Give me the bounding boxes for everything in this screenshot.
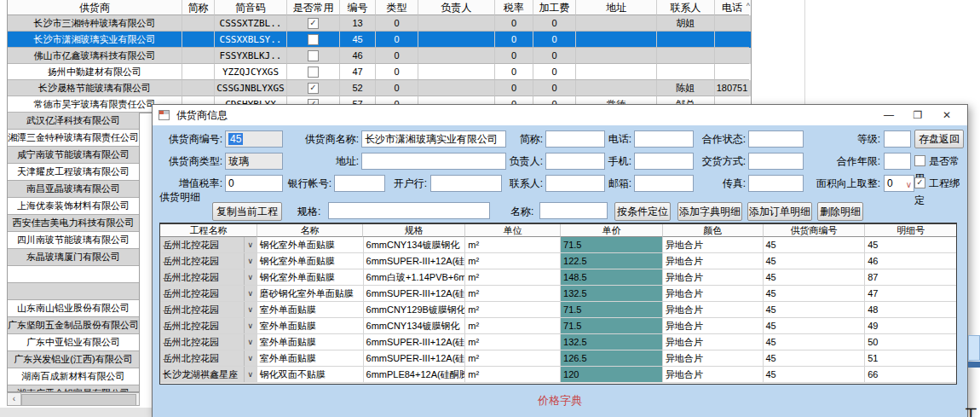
list-item[interactable]: 东晶玻璃厦门有限公司 — [8, 249, 139, 266]
common-checkbox[interactable] — [308, 34, 319, 45]
chevron-down-icon[interactable]: ∨ — [244, 302, 257, 317]
project-combobox[interactable]: 岳州北控花园∨ — [160, 302, 257, 318]
save-return-button[interactable]: 存盘返回 — [914, 130, 964, 148]
list-item[interactable]: 上海优泰装饰材料有限公司 — [8, 198, 139, 215]
common-checkbox[interactable] — [308, 50, 319, 61]
list-item[interactable]: 湘潭三金特种玻璃有限责任公司 — [8, 130, 139, 147]
col-header-type[interactable]: 类型 — [376, 0, 418, 15]
list-item[interactable]: 广东兴发铝业(江西)有限公司 — [8, 351, 139, 368]
chevron-down-icon[interactable]: ∨ — [244, 350, 257, 366]
phone-field[interactable] — [634, 130, 694, 148]
project-combobox[interactable]: 岳州北控花园∨ — [160, 350, 257, 367]
list-item[interactable] — [8, 283, 139, 300]
list-item[interactable]: 武汉亿泽科技有限公司 — [8, 113, 139, 130]
scroll-up-icon[interactable]: ^ — [747, 2, 750, 10]
area-round-up-combobox[interactable]: 0∨ — [884, 175, 914, 192]
project-combobox[interactable]: 岳州北控花园∨ — [160, 269, 257, 286]
spec-filter-input[interactable] — [328, 202, 490, 219]
table-row[interactable]: 岳州北控花园∨ 钢化室外单面贴膜 6mm白玻+1.14PVB+6mm.. m² … — [160, 269, 956, 286]
table-row[interactable]: 长沙晟格节能玻璃有限公司 CSSGJNBLYXGS 52 0 0 0 陈姐 18… — [8, 80, 751, 96]
col-header-unit[interactable]: 单位 — [465, 224, 561, 237]
chevron-down-icon[interactable]: ∨ — [244, 334, 257, 350]
col-header-price[interactable]: 单价 — [561, 224, 663, 237]
cell-price[interactable]: 71.5 — [561, 237, 663, 253]
list-item[interactable]: 湖南广亚全铝家居有限公司 — [8, 385, 139, 392]
address-field[interactable] — [361, 153, 506, 170]
project-bind-checkbox[interactable] — [914, 177, 925, 188]
col-header-fee[interactable]: 加工费 — [533, 0, 576, 15]
col-header-code[interactable]: 简音码 — [215, 0, 287, 15]
table-row[interactable]: 岳州北控花园∨ 钢化室外单面贴膜 6mmSUPER-III+12A(硅.. m²… — [160, 253, 956, 269]
chevron-down-icon[interactable]: ∨ — [906, 177, 912, 192]
list-item[interactable]: 湖南百成新材料有限公司 — [8, 368, 139, 385]
project-bind-checkbox-group[interactable]: 工程绑定 — [914, 175, 967, 192]
list-item[interactable]: 咸宁南玻节能玻璃有限公司 — [8, 147, 139, 164]
add-order-detail-button[interactable]: 添加订单明细 — [747, 202, 812, 221]
cell-price[interactable]: 126.5 — [561, 350, 663, 367]
is-common-checkbox-group[interactable]: 是否常用 — [914, 153, 967, 170]
col-header-phone[interactable]: 电话 — [715, 0, 749, 15]
scroll-left-icon[interactable]: ‹ — [8, 393, 21, 405]
cell-price[interactable]: 148.5 — [561, 269, 663, 286]
col-header-id[interactable]: 编号 — [340, 0, 376, 15]
contact-field[interactable] — [545, 175, 605, 192]
mobile-field[interactable] — [634, 153, 694, 170]
chevron-down-icon[interactable]: ∨ — [244, 269, 257, 285]
manager-field[interactable] — [545, 153, 605, 170]
cell-price[interactable]: 132.5 — [561, 286, 663, 302]
table-row[interactable]: 岳州北控花园∨ 室外单面贴膜 6mmCNY129B镀膜钢化 m² 71.5 异地… — [160, 302, 956, 318]
copy-current-project-button[interactable]: 复制当前工程 — [212, 202, 282, 221]
common-checkbox[interactable] — [308, 83, 319, 94]
table-row[interactable]: 长沙市三湘特种玻璃有限公司 CSSSXTZBL.. 13 0 0 0 胡姐 — [8, 15, 751, 32]
col-header-color[interactable]: 颜色 — [663, 224, 764, 237]
maximize-button[interactable]: ❐ — [904, 105, 931, 125]
supplier-id-field[interactable]: 45 — [225, 130, 283, 148]
table-row[interactable]: 岳州北控花园∨ 室外单面贴膜 6mmSUPER-III+12A(硅.. m² 1… — [160, 334, 956, 350]
project-combobox[interactable]: 长沙龙湖祺鑫星座∨ — [160, 367, 257, 383]
col-header-project[interactable]: 工程名称 — [160, 224, 257, 237]
project-combobox[interactable]: 岳州北控花园∨ — [160, 334, 257, 350]
table-row[interactable]: 岳州北控花园∨ 室外单面贴膜 6mmCNY134镀膜钢化 m² 71.5 异地合… — [160, 318, 956, 334]
locate-by-condition-button[interactable]: 按条件定位 — [614, 202, 671, 221]
project-combobox[interactable]: 岳州北控花园∨ — [160, 286, 257, 302]
short-name-field[interactable] — [545, 130, 605, 148]
col-header-contact[interactable]: 联系人 — [657, 0, 715, 15]
col-header-tax[interactable]: 税率 — [495, 0, 533, 15]
table-row[interactable]: 岳州北控花园∨ 磨砂钢化室外单面贴膜 6mmSUPER-III+12A(硅.. … — [160, 286, 956, 302]
dialog-titlebar[interactable]: 供货商信息 — ❐ ✕ — [153, 105, 967, 125]
chevron-down-icon[interactable]: ∨ — [244, 253, 257, 269]
col-header-name[interactable]: 名称 — [257, 224, 364, 237]
minimize-button[interactable]: — — [875, 105, 902, 125]
list-item[interactable]: 四川南玻节能玻璃有限公司 — [8, 232, 139, 249]
list-item[interactable]: 天津耀皮工程玻璃有限公司 — [8, 164, 139, 181]
cell-price[interactable]: 71.5 — [561, 318, 663, 334]
chevron-down-icon[interactable]: ∨ — [244, 286, 257, 301]
table-row[interactable]: 长沙市潇湘玻璃实业有限公司 CSSXXBLSY.. 45 0 0 0 — [8, 32, 751, 48]
bank-name-field[interactable] — [430, 175, 502, 192]
table-row[interactable]: 佛山市亿鑫玻璃科技有限公司 FSSYXBLKJ.. 46 0 0 0 — [8, 48, 751, 64]
col-header-detail-id[interactable]: 明细号 — [865, 224, 956, 237]
cell-price[interactable]: 120 — [561, 367, 663, 383]
horizontal-scrollbar[interactable]: ‹ — [7, 392, 140, 406]
list-item[interactable]: 西安佳吉美电力科技有限公司 — [8, 215, 139, 232]
table-row[interactable]: 岳州北控花园∨ 室外单面贴膜 6mmSUPER-III+12A(硅.. m² 1… — [160, 350, 956, 367]
table-row[interactable]: 岳州北控花园∨ 钢化室外单面贴膜 6mmCNY134镀膜钢化 m² 71.5 异… — [160, 237, 956, 253]
chevron-down-icon[interactable]: ∨ — [244, 367, 257, 382]
grade-field[interactable] — [884, 130, 911, 148]
project-combobox[interactable]: 岳州北控花园∨ — [160, 318, 257, 334]
chevron-down-icon[interactable]: ∨ — [244, 318, 257, 333]
coop-years-field[interactable] — [884, 153, 911, 170]
delete-detail-button[interactable]: 删除明细 — [817, 202, 863, 221]
project-combobox[interactable]: 岳州北控花园∨ — [160, 253, 257, 269]
cell-price[interactable]: 122.5 — [561, 253, 663, 269]
scrollbar-thumb[interactable] — [21, 394, 136, 406]
table-row[interactable]: 长沙龙湖祺鑫星座∨ 钢化双面不贴膜 6mmPLE84+12A(硅酮胶.. m² … — [160, 367, 956, 383]
col-header-supplier-id[interactable]: 供货商编号 — [764, 224, 866, 237]
cell-price[interactable]: 132.5 — [561, 334, 663, 350]
col-header-common[interactable]: 是否常用 — [287, 0, 340, 15]
close-button[interactable]: ✕ — [933, 105, 960, 125]
list-item[interactable]: 山东南山铝业股份有限公司 — [8, 300, 139, 317]
bank-account-field[interactable] — [334, 175, 385, 192]
common-checkbox[interactable] — [308, 67, 319, 78]
col-header-supplier[interactable]: 供货商 — [8, 0, 182, 15]
